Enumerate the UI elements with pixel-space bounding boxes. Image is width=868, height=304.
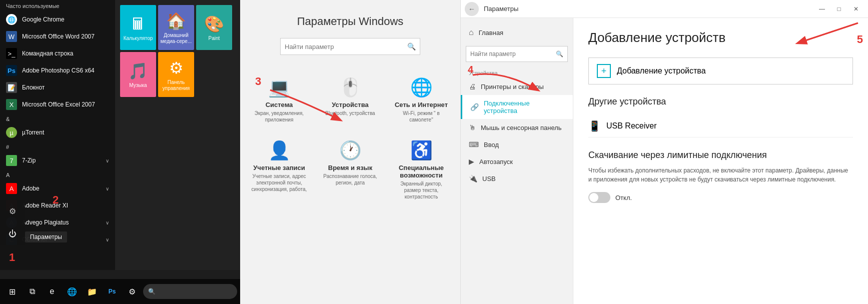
tile-paint[interactable]: 🎨 Paint <box>196 5 232 50</box>
time-sub: Распознавание голоса, регион, дата <box>322 173 379 186</box>
cmd-icon: >_ <box>6 48 17 59</box>
start-tiles: 🖩 Калькулятор 🏠 Домашний медиа-сере... 🎨… <box>115 0 240 270</box>
start-menu-list: Часто используемые 🌐 Google Chrome W Mic… <box>0 0 115 270</box>
network-title: Сеть и Интернет <box>395 101 448 108</box>
system-sub: Экран, уведомления, приложения <box>251 110 308 123</box>
toggle-row: Откл. <box>588 192 853 203</box>
usbreceiver-name: USB Receiver <box>606 122 656 130</box>
settings-card-accessibility[interactable]: ♿ Специальные возможности Экранный дикто… <box>389 133 454 204</box>
back-button[interactable]: ← <box>465 2 479 16</box>
device-item-usbreceiver: 📱 USB Receiver <box>588 115 853 138</box>
chrome-taskbar-button[interactable]: 🌐 <box>63 282 81 300</box>
edge-button[interactable]: e <box>43 282 61 300</box>
settings-main-search[interactable]: 🔍 <box>280 38 420 55</box>
devices-title: Устройства <box>332 101 368 108</box>
time-icon: 🕐 <box>339 140 362 161</box>
accounts-icon: 👤 <box>268 140 291 161</box>
explorer-button[interactable]: 📁 <box>83 282 101 300</box>
download-section: Скачивание через лимитные подключения Чт… <box>588 150 853 203</box>
limit-download-toggle[interactable] <box>588 192 610 203</box>
start-item-7zip[interactable]: 7 7-Zip ∨ <box>0 152 115 169</box>
tile-music[interactable]: 🎵 Музыка <box>120 52 156 97</box>
paint-label: Paint <box>209 36 220 42</box>
chrome-label: Google Chrome <box>22 16 109 23</box>
start-item-utorrent[interactable]: µ µTorrent <box>0 124 115 141</box>
usb-label: USB <box>482 175 496 182</box>
excel-icon: X <box>6 99 17 110</box>
tile-calculator[interactable]: 🖩 Калькулятор <box>120 5 156 50</box>
nav-item-usb[interactable]: 🔌 USB <box>461 170 573 187</box>
divider-hash: # <box>0 141 115 152</box>
accessibility-icon: ♿ <box>410 140 433 161</box>
settings-main-search-input[interactable] <box>285 43 407 50</box>
start-bottom-controls: ⚙ ⏻ Параметры <box>0 200 25 245</box>
right-panel: ← Параметры — □ ✕ ⌂ Главная 🔍 Устройства <box>460 0 868 304</box>
ccleaner-expand-icon: ∨ <box>106 237 109 242</box>
annotation-5: 5 <box>857 33 863 46</box>
panel-label: Панель управления <box>160 80 192 92</box>
search-icon: 🔍 <box>148 288 156 295</box>
start-item-cmd[interactable]: >_ Командная строка <box>0 45 115 62</box>
maximize-button[interactable]: □ <box>831 2 847 16</box>
accounts-title: Учетные записи <box>253 164 305 172</box>
input-icon: ⌨ <box>469 140 479 148</box>
notepad-label: Блокнот <box>22 84 109 91</box>
nav-home[interactable]: ⌂ Главная <box>461 23 573 42</box>
settings-card-devices[interactable]: 🖱️ Устройства Bluetooth, устройства <box>318 70 383 127</box>
settings-card-accounts[interactable]: 👤 Учетные записи Учетные записи, адрес э… <box>247 133 312 204</box>
nav-home-label: Главная <box>479 29 503 36</box>
power-button[interactable]: ⏻ <box>4 225 22 243</box>
ps-taskbar-button[interactable]: Ps <box>103 282 121 300</box>
nav-item-mouse[interactable]: 🖱 Мышь и сенсорная панель <box>461 119 573 136</box>
settings-main-title: Параметры Windows <box>297 15 404 28</box>
start-item-chrome[interactable]: 🌐 Google Chrome <box>0 11 115 28</box>
settings-main: Параметры Windows 🔍 💻 Система Экран, уве… <box>240 0 460 304</box>
ccleaner-label: CCleaner <box>22 236 106 243</box>
printers-label: Принтеры и сканеры <box>481 83 544 90</box>
word-icon: W <box>6 31 17 42</box>
settings-card-time[interactable]: 🕐 Время и язык Распознавание голоса, рег… <box>318 133 383 204</box>
tile-control-panel[interactable]: ⚙ Панель управления <box>158 52 194 97</box>
start-button[interactable]: ⊞ <box>3 282 21 300</box>
usbreceiver-icon: 📱 <box>588 120 600 132</box>
nav-item-input[interactable]: ⌨ Ввод <box>461 136 573 153</box>
time-title: Время и язык <box>328 164 372 172</box>
7zip-icon: 7 <box>6 155 17 166</box>
nav-item-autoplay[interactable]: ▶ Автозапуск <box>461 153 573 170</box>
printers-icon: 🖨 <box>469 82 476 90</box>
calc-label: Калькулятор <box>124 36 153 42</box>
settings-button[interactable]: ⚙ <box>4 202 22 220</box>
start-item-word[interactable]: W Microsoft Office Word 2007 <box>0 28 115 45</box>
task-view-button[interactable]: ⧉ <box>23 282 41 300</box>
utorrent-icon: µ <box>6 127 17 138</box>
music-icon: 🎵 <box>128 62 148 80</box>
cmd-label: Командная строка <box>22 50 109 57</box>
autoplay-icon: ▶ <box>469 158 474 166</box>
start-item-excel[interactable]: X Microsoft Office Excel 2007 <box>0 96 115 113</box>
taskbar-search[interactable]: 🔍 <box>143 284 237 299</box>
usb-nav-icon: 🔌 <box>469 174 477 182</box>
toggle-label: Откл. <box>615 194 632 202</box>
divider-amp: & <box>0 113 115 124</box>
nav-section-title: Устройства <box>461 66 573 78</box>
window-title: Параметры <box>484 5 814 12</box>
settings-card-network[interactable]: 🌐 Сеть и Интернет Wi-Fi, режим " в самол… <box>389 70 454 127</box>
tile-media[interactable]: 🏠 Домашний медиа-сере... <box>158 5 194 50</box>
taskbar: ⊞ ⧉ e 🌐 📁 Ps ⚙ 🔍 <box>0 279 240 304</box>
nav-search-input[interactable] <box>470 50 556 58</box>
nav-item-connected[interactable]: 🔗 Подключенные устройства <box>461 95 573 119</box>
panel-icon: ⚙ <box>169 58 184 78</box>
excel-label: Microsoft Office Excel 2007 <box>22 101 109 108</box>
nav-item-printers[interactable]: 🖨 Принтеры и сканеры <box>461 78 573 95</box>
add-device-button[interactable]: + Добавление устройства <box>588 58 853 84</box>
close-button[interactable]: ✕ <box>848 2 864 16</box>
start-item-notepad[interactable]: 📝 Блокнот <box>0 79 115 96</box>
adobe-icon: A <box>6 183 17 194</box>
settings-taskbar-button[interactable]: ⚙ <box>123 282 141 300</box>
nav-search[interactable]: 🔍 <box>466 46 568 62</box>
annotation-2: 2 <box>53 194 59 206</box>
start-menu: Часто используемые 🌐 Google Chrome W Mic… <box>0 0 240 304</box>
notepad-icon: 📝 <box>6 82 17 93</box>
start-item-photoshop[interactable]: Ps Adobe Photoshop CS6 x64 <box>0 62 115 79</box>
minimize-button[interactable]: — <box>814 2 830 16</box>
